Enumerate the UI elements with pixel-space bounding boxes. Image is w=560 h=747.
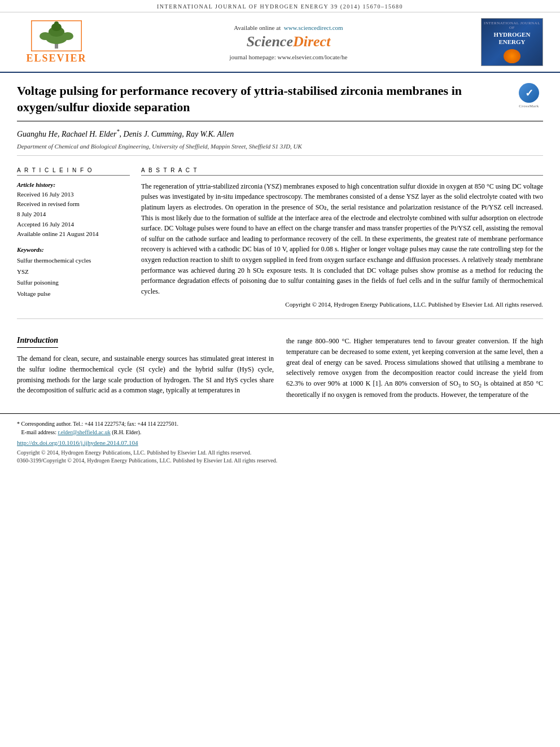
introduction-para-right: the range 800–900 °C. Higher temperature… <box>286 336 543 400</box>
available-online-date: Available online 21 August 2014 <box>17 229 130 239</box>
svg-point-4 <box>40 32 51 40</box>
journal-homepage-text: journal homepage: www.elsevier.com/locat… <box>230 54 348 60</box>
introduction-right: the range 800–900 °C. Higher temperature… <box>286 336 543 404</box>
title-section: Voltage pulsing for performance recovery… <box>17 73 543 121</box>
article-content: Voltage pulsing for performance recovery… <box>0 73 560 410</box>
available-online-text: Available online at www.sciencedirect.co… <box>234 24 343 31</box>
keywords-section: Keywords: Sulfur thermochemical cycles Y… <box>17 246 130 300</box>
article-title: Voltage pulsing for performance recovery… <box>17 83 506 115</box>
journal-cover-title: HYDROGEN ENERGY <box>484 31 540 46</box>
revised-date: 8 July 2014 <box>17 209 130 220</box>
article-info-heading: A R T I C L E I N F O <box>17 167 130 176</box>
journal-cover-circle <box>504 49 520 63</box>
abstract-paragraph: The regeneration of yttria-stabilized zi… <box>141 181 543 297</box>
received-revised-label: Received in revised form <box>17 199 130 209</box>
footer-issn: 0360-3199/Copyright © 2014, Hydrogen Ene… <box>17 457 543 464</box>
journal-bar: INTERNATIONAL JOURNAL OF HYDROGEN ENERGY… <box>0 0 560 12</box>
abstract-heading: A B S T R A C T <box>141 167 543 176</box>
email-suffix: (R.H. Elder). <box>112 429 141 435</box>
footer-copyright: Copyright © 2014, Hydrogen Energy Public… <box>17 449 543 456</box>
received-date: Received 16 July 2013 <box>17 190 130 200</box>
journal-cover-intl: INTERNATIONAL JOURNAL OF <box>484 21 540 30</box>
page-header: ELSEVIER Available online at www.science… <box>0 12 560 73</box>
crossmark-text: CrossMark <box>519 104 539 108</box>
email-label: E-mail address: <box>21 429 56 435</box>
elsevier-logo-section: ELSEVIER <box>11 20 102 65</box>
history-label: Article history: <box>17 181 130 188</box>
keywords-label: Keywords: <box>17 246 130 253</box>
body-content: Introduction The demand for clean, secur… <box>17 330 543 410</box>
affiliation-line: Department of Chemical and Biological En… <box>17 143 543 156</box>
svg-point-5 <box>62 32 73 40</box>
journal-cover: INTERNATIONAL JOURNAL OF HYDROGEN ENERGY <box>481 18 543 66</box>
abstract-text: The regeneration of yttria-stabilized zi… <box>141 181 543 310</box>
abstract-col: A B S T R A C T The regeneration of yttr… <box>141 167 543 312</box>
keyword-2: YSZ <box>17 267 130 278</box>
crossmark-badge: ✓ CrossMark <box>515 83 543 108</box>
introduction-left: Introduction The demand for clean, secur… <box>17 336 274 404</box>
sciencedirect-logo: ScienceDirect <box>247 33 331 50</box>
article-history: Article history: Received 16 July 2013 R… <box>17 181 130 239</box>
elsevier-wordmark: ELSEVIER <box>26 53 86 64</box>
introduction-para-left: The demand for clean, secure, and sustai… <box>17 353 274 395</box>
doi-link[interactable]: http://dx.doi.org/10.1016/j.ijhydene.201… <box>17 439 138 446</box>
footnote-email: E-mail address: r.elder@sheffield.ac.uk … <box>17 428 543 436</box>
keyword-3: Sulfur poisoning <box>17 277 130 289</box>
introduction-right-text: the range 800–900 °C. Higher temperature… <box>286 336 543 400</box>
journal-cover-section: INTERNATIONAL JOURNAL OF HYDROGEN ENERGY <box>475 18 549 66</box>
info-abstract-section: A R T I C L E I N F O Article history: R… <box>17 160 543 320</box>
journal-bar-text: INTERNATIONAL JOURNAL OF HYDROGEN ENERGY… <box>157 3 403 10</box>
article-info-col: A R T I C L E I N F O Article history: R… <box>17 167 130 312</box>
email-link[interactable]: r.elder@sheffield.ac.uk <box>58 429 110 435</box>
elsevier-tree-icon <box>31 20 82 51</box>
accepted-date: Accepted 16 July 2014 <box>17 220 130 230</box>
elsevier-logo: ELSEVIER <box>17 20 96 65</box>
footnote-corresponding-text: * Corresponding author. Tel.: +44 114 22… <box>17 421 178 427</box>
introduction-section: Introduction The demand for clean, secur… <box>17 336 543 404</box>
available-online-label: Available online at <box>234 24 281 31</box>
footnote-section: * Corresponding author. Tel.: +44 114 22… <box>0 413 560 468</box>
header-center: Available online at www.sciencedirect.co… <box>102 24 475 60</box>
introduction-heading: Introduction <box>17 336 58 348</box>
svg-point-6 <box>54 21 59 26</box>
footnote-corresponding: * Corresponding author. Tel.: +44 114 22… <box>17 420 543 428</box>
abstract-copyright: Copyright © 2014, Hydrogen Energy Public… <box>141 300 543 309</box>
keyword-4: Voltage pulse <box>17 289 130 300</box>
keyword-1: Sulfur thermochemical cycles <box>17 255 130 267</box>
authors-line: Guanghu He, Rachael H. Elder*, Denis J. … <box>17 127 543 140</box>
body-separator <box>17 319 543 330</box>
sciencedirect-url[interactable]: www.sciencedirect.com <box>284 24 343 31</box>
crossmark-icon: ✓ <box>519 83 539 103</box>
introduction-left-text: The demand for clean, secure, and sustai… <box>17 353 274 395</box>
